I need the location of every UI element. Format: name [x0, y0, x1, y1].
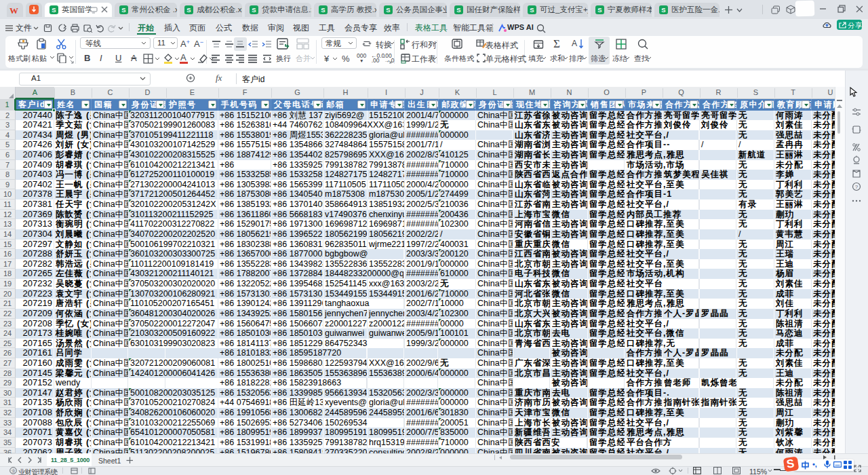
svg-text:?: ?: [855, 184, 859, 190]
svg-text:业: 业: [12, 469, 16, 473]
